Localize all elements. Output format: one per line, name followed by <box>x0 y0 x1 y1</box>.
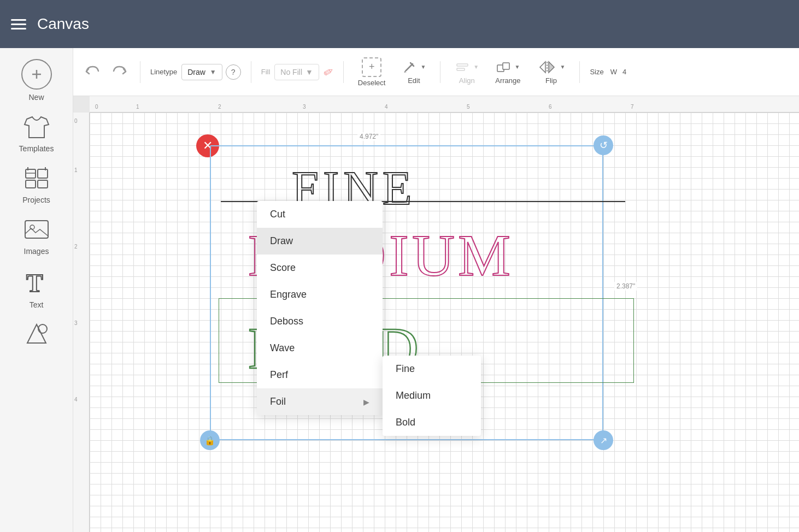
ruler-num-6: 6 <box>549 104 552 110</box>
linetype-value: Draw <box>187 68 205 76</box>
sidebar-item-new-label: New <box>28 93 44 102</box>
align-button[interactable]: ▼ Align <box>450 57 483 87</box>
flip-button[interactable]: ▼ Flip <box>533 57 570 87</box>
shapes-icon <box>24 322 49 348</box>
dropdown-item-perf[interactable]: Perf <box>257 362 383 388</box>
dropdown-item-draw-label: Draw <box>270 235 293 247</box>
undo-redo-group <box>82 61 130 83</box>
sidebar-item-images-label: Images <box>24 247 49 256</box>
dropdown-item-engrave[interactable]: Engrave <box>257 281 383 308</box>
divider-4 <box>440 61 440 83</box>
divider-1 <box>140 61 140 83</box>
sidebar-item-projects[interactable]: Projects <box>7 161 67 210</box>
dropdown-item-perf-label: Perf <box>270 369 288 381</box>
arrange-label: Arrange <box>495 76 520 85</box>
svg-point-12 <box>38 324 47 333</box>
svg-rect-3 <box>38 169 48 178</box>
ruler-num-3: 3 <box>303 104 306 110</box>
sidebar-item-new[interactable]: New <box>7 54 67 107</box>
arrange-dropdown-icon: ▼ <box>514 64 520 70</box>
foil-submenu: Fine Medium Bold <box>383 356 481 436</box>
dimension-height-label: 2.387" <box>614 282 637 291</box>
dropdown-item-deboss-label: Deboss <box>270 316 303 327</box>
sidebar-item-shapes[interactable] <box>7 317 67 354</box>
dropdown-item-deboss[interactable]: Deboss <box>257 308 383 335</box>
svg-rect-2 <box>26 169 36 178</box>
flip-label: Flip <box>545 76 557 85</box>
ruler-num-2: 2 <box>218 104 221 110</box>
rotate-handle[interactable]: ↺ <box>594 135 613 155</box>
fill-select[interactable]: No Fill ▼ <box>274 64 319 80</box>
arrange-button[interactable]: ▼ Arrange <box>491 57 525 87</box>
toolbar: Linetype Draw ▼ ? Fill No Fill ▼ <box>73 48 799 96</box>
svg-rect-9 <box>25 221 48 238</box>
sidebar: New Templates <box>0 48 73 532</box>
deselect-button[interactable]: + Deselect <box>354 55 390 89</box>
svg-rect-14 <box>457 68 465 70</box>
divider-5 <box>579 61 580 83</box>
align-dropdown-icon: ▼ <box>473 64 479 70</box>
dropdown-item-wave[interactable]: Wave <box>257 335 383 362</box>
sidebar-item-projects-label: Projects <box>22 196 50 204</box>
dropdown-item-score-label: Score <box>270 262 296 274</box>
svg-rect-5 <box>38 180 48 188</box>
submenu-item-medium-label: Medium <box>396 390 431 401</box>
projects-icon <box>24 166 49 192</box>
sidebar-item-images[interactable]: Images <box>7 212 67 261</box>
linetype-dropdown: Cut Draw Score Engrave Deboss Wave <box>257 201 383 415</box>
dropdown-item-wave-label: Wave <box>270 342 295 354</box>
pencil-icon: ✏ <box>321 63 337 81</box>
content-area: Linetype Draw ▼ ? Fill No Fill ▼ <box>73 48 799 532</box>
ruler-num-v-3: 3 <box>74 320 78 326</box>
ruler-num-0: 0 <box>95 104 98 110</box>
ruler-num-v-4: 4 <box>74 397 78 403</box>
app-title: Canvas <box>37 15 89 33</box>
fill-chevron-icon: ▼ <box>306 68 313 76</box>
edit-label: Edit <box>408 76 420 85</box>
lock-handle[interactable]: 🔒 <box>200 430 220 450</box>
redo-button[interactable] <box>108 61 130 83</box>
ruler-num-1: 1 <box>136 104 139 110</box>
sidebar-item-templates-label: Templates <box>19 144 54 153</box>
flip-dropdown-icon: ▼ <box>560 64 566 70</box>
submenu-item-bold-label: Bold <box>396 417 415 428</box>
svg-rect-16 <box>503 63 509 69</box>
dropdown-item-engrave-label: Engrave <box>270 289 307 300</box>
fill-value: No Fill <box>280 68 302 76</box>
canvas-content: ✕ ↺ 🔒 ↗ 4.972" 2.387" FINE <box>90 113 799 532</box>
undo-button[interactable] <box>82 61 104 83</box>
resize-handle[interactable]: ↗ <box>594 430 613 450</box>
app-header: Canvas <box>0 0 799 48</box>
submenu-item-fine[interactable]: Fine <box>383 356 481 382</box>
dropdown-item-foil[interactable]: Foil ▶ Fine Medium Bold <box>257 388 383 415</box>
size-value: 4 <box>622 68 626 76</box>
divider-2 <box>251 61 251 83</box>
dropdown-item-cut[interactable]: Cut <box>257 201 383 228</box>
tshirt-icon <box>24 115 50 141</box>
ruler-top: 0 1 2 3 4 5 6 7 <box>90 96 799 113</box>
sidebar-item-templates[interactable]: Templates <box>7 109 67 158</box>
edit-dropdown-icon: ▼ <box>420 64 426 70</box>
deselect-box-icon: + <box>362 57 381 77</box>
linetype-chevron-icon: ▼ <box>210 68 216 76</box>
linetype-select[interactable]: Draw ▼ <box>181 64 222 80</box>
align-label: Align <box>459 76 475 85</box>
menu-icon[interactable] <box>11 19 26 29</box>
size-group: Size W 4 <box>590 68 626 76</box>
ruler-num-7: 7 <box>631 104 634 110</box>
ruler-num-v-1: 1 <box>74 167 78 173</box>
ruler-num-4: 4 <box>385 104 388 110</box>
edit-button[interactable]: ▼ Edit <box>397 57 430 87</box>
fill-label: Fill <box>261 68 271 76</box>
submenu-item-bold[interactable]: Bold <box>383 409 481 436</box>
divider-3 <box>343 61 344 83</box>
dropdown-item-score[interactable]: Score <box>257 255 383 281</box>
submenu-item-fine-label: Fine <box>396 363 415 374</box>
submenu-item-medium[interactable]: Medium <box>383 382 481 409</box>
svg-rect-4 <box>26 180 36 188</box>
linetype-help-button[interactable]: ? <box>226 64 241 80</box>
dropdown-item-draw[interactable]: Draw <box>257 228 383 255</box>
size-label: Size <box>590 68 603 76</box>
ruler-num-v-2: 2 <box>74 244 78 250</box>
sidebar-item-text[interactable]: T Text <box>7 263 67 315</box>
